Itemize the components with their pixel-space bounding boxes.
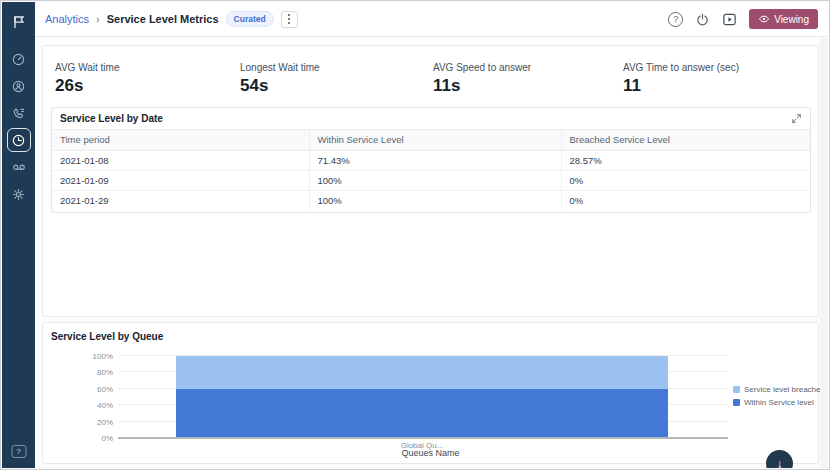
- more-options-button[interactable]: [281, 11, 298, 28]
- clock-icon: [11, 133, 26, 148]
- kpi-summary-card: AVG Wait time26sLongest Wait time54sAVG …: [42, 45, 819, 317]
- x-axis-line: [118, 437, 728, 439]
- sidebar-item-analytics[interactable]: [7, 128, 31, 152]
- breadcrumb: Analytics › Service Level Metrics Curate…: [45, 11, 298, 28]
- table-row: 2021-01-0871.43%28.57%: [52, 150, 810, 170]
- y-tick-label: 80%: [83, 368, 113, 377]
- page-title: Service Level Metrics: [107, 13, 219, 25]
- header-actions: ?: [668, 9, 818, 29]
- breadcrumb-separator: ›: [96, 13, 100, 25]
- presentation-play-icon: [722, 12, 737, 27]
- sidebar-item-voicemail[interactable]: [7, 155, 31, 179]
- x-axis-title: Queues Name: [43, 448, 818, 458]
- legend-item[interactable]: Within Service level: [733, 398, 825, 407]
- bar-segment-within-service-level[interactable]: [176, 389, 668, 438]
- curated-badge: Curated: [226, 11, 274, 27]
- service-level-by-queue-card: Service Level by Queue Global Qu... 0%20…: [42, 322, 819, 464]
- chart-legend: Service level breachedWithin Service lev…: [733, 385, 825, 411]
- expand-button[interactable]: [791, 113, 802, 124]
- kpi-metric: AVG Wait time26s: [55, 62, 119, 96]
- app-window: ? Analytics › Service Level Metrics Cura…: [0, 0, 830, 470]
- top-header: Analytics › Service Level Metrics Curate…: [35, 2, 828, 37]
- table-cell: 0%: [561, 170, 810, 190]
- scrollbar-track[interactable]: [820, 38, 828, 468]
- legend-swatch: [733, 386, 740, 393]
- table-row: 2021-01-09100%0%: [52, 170, 810, 190]
- y-tick-label: 60%: [83, 384, 113, 393]
- table-cell: 28.57%: [561, 150, 810, 170]
- kpi-label: Longest Wait time: [240, 62, 320, 73]
- service-level-table: Time periodWithin Service LevelBreached …: [52, 130, 810, 210]
- user-circle-icon: [11, 79, 26, 94]
- power-icon: [695, 12, 710, 27]
- legend-item[interactable]: Service level breached: [733, 385, 825, 394]
- column-header: Within Service Level: [309, 130, 561, 150]
- table-title: Service Level by Date: [60, 113, 163, 124]
- table-cell: 2021-01-08: [52, 150, 309, 170]
- table-cell: 71.43%: [309, 150, 561, 170]
- sidebar-item-settings[interactable]: [7, 182, 31, 206]
- sidebar: ?: [2, 2, 35, 468]
- y-tick-label: 40%: [83, 401, 113, 410]
- bar-segment-service-level-breached[interactable]: [176, 356, 668, 389]
- kpi-metric: AVG Time to answer (sec)11: [623, 62, 739, 96]
- sidebar-nav: [7, 44, 31, 209]
- stacked-bar[interactable]: [176, 356, 668, 438]
- breadcrumb-analytics-link[interactable]: Analytics: [45, 13, 89, 25]
- power-button[interactable]: [695, 12, 710, 27]
- speedometer-icon: [11, 52, 26, 67]
- kpi-label: AVG Time to answer (sec): [623, 62, 739, 73]
- arrow-down-icon: ↓: [777, 457, 783, 469]
- gear-icon: [11, 187, 26, 202]
- kpi-metric: AVG Speed to answer11s: [433, 62, 531, 96]
- kpi-value: 54s: [240, 76, 320, 96]
- eye-icon: [758, 14, 770, 24]
- kpi-label: AVG Speed to answer: [433, 62, 531, 73]
- vertical-ellipsis-icon: [288, 14, 290, 24]
- expand-icon: [791, 113, 802, 124]
- service-level-by-date-card: Service Level by Date Time periodWithin …: [51, 107, 811, 213]
- question-icon: ?: [673, 14, 678, 24]
- table-cell: 100%: [309, 190, 561, 210]
- table-cell: 2021-01-29: [52, 190, 309, 210]
- help-button[interactable]: ?: [668, 12, 683, 27]
- voicemail-icon: [11, 160, 27, 175]
- legend-swatch: [733, 399, 740, 406]
- y-tick-label: 100%: [83, 352, 113, 361]
- kpi-label: AVG Wait time: [55, 62, 119, 73]
- y-tick-label: 0%: [83, 434, 113, 443]
- chart-plot-area: Global Qu... 0%20%40%60%80%100%: [118, 356, 728, 438]
- table-cell: 0%: [561, 190, 810, 210]
- legend-label: Within Service level: [744, 398, 814, 407]
- phone-icon: [11, 106, 26, 121]
- kpi-value: 26s: [55, 76, 119, 96]
- table-row: 2021-01-29100%0%: [52, 190, 810, 210]
- kpi-metric: Longest Wait time54s: [240, 62, 320, 96]
- viewing-button[interactable]: Viewing: [749, 9, 818, 29]
- column-header: Time period: [52, 130, 309, 150]
- chart-title: Service Level by Queue: [43, 323, 818, 342]
- legend-label: Service level breached: [744, 385, 825, 394]
- flag-icon: [7, 10, 31, 34]
- sidebar-item-dashboard[interactable]: [7, 47, 31, 71]
- presentation-button[interactable]: [722, 12, 737, 27]
- kpi-value: 11s: [433, 76, 531, 96]
- table-cell: 100%: [309, 170, 561, 190]
- column-header: Breached Service Level: [561, 130, 810, 150]
- main-content: AVG Wait time26sLongest Wait time54sAVG …: [35, 38, 828, 468]
- y-tick-label: 20%: [83, 417, 113, 426]
- sidebar-item-agents[interactable]: [7, 74, 31, 98]
- sidebar-item-calls[interactable]: [7, 101, 31, 125]
- kpi-value: 11: [623, 76, 739, 96]
- table-cell: 2021-01-09: [52, 170, 309, 190]
- viewing-label: Viewing: [774, 14, 809, 25]
- sidebar-help-button[interactable]: ?: [11, 445, 26, 458]
